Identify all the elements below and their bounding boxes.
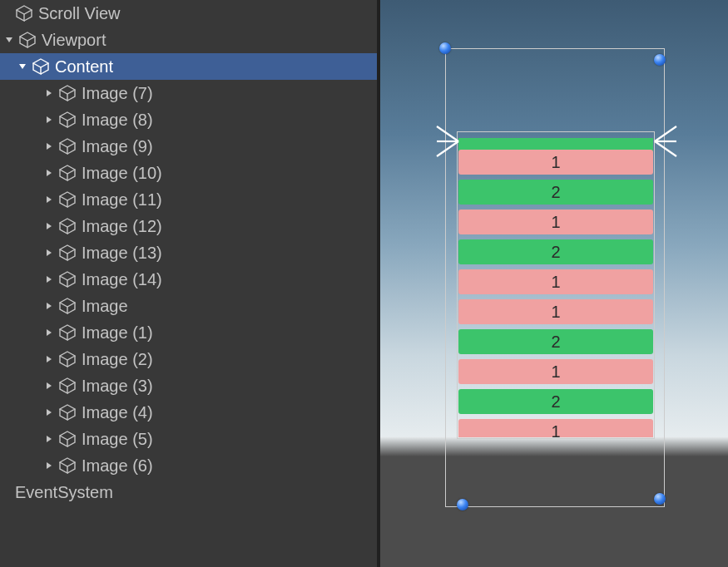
svg-marker-30 bbox=[60, 405, 75, 413]
gameobject-icon bbox=[58, 217, 77, 235]
list-item[interactable]: 2 bbox=[458, 329, 653, 354]
foldout-right-icon[interactable] bbox=[43, 407, 55, 418]
hierarchy-item-label: Image (6) bbox=[82, 452, 153, 479]
svg-marker-28 bbox=[60, 378, 75, 387]
hierarchy-row[interactable]: Image (10) bbox=[0, 160, 377, 186]
hierarchy-item-label: Scroll View bbox=[38, 0, 121, 27]
svg-marker-0 bbox=[17, 6, 32, 14]
gameobject-icon bbox=[58, 377, 77, 395]
hierarchy-item-label: Image (3) bbox=[82, 372, 153, 399]
hierarchy-item-label: EventSystem bbox=[15, 479, 113, 505]
scene-view[interactable]: 1212112121 bbox=[377, 0, 728, 567]
hierarchy-row[interactable]: Content bbox=[0, 53, 377, 80]
foldout-right-icon[interactable] bbox=[43, 220, 55, 232]
svg-marker-29 bbox=[47, 409, 52, 416]
foldout-right-icon[interactable] bbox=[43, 167, 55, 179]
hierarchy-row[interactable]: Image (14) bbox=[0, 266, 377, 293]
hierarchy-row[interactable]: Viewport bbox=[0, 27, 377, 53]
list-item[interactable]: 1 bbox=[458, 299, 653, 324]
rect-handle[interactable] bbox=[457, 499, 468, 510]
foldout-right-icon[interactable] bbox=[43, 327, 55, 338]
svg-marker-31 bbox=[47, 436, 52, 442]
foldout-right-icon[interactable] bbox=[43, 460, 55, 471]
gameobject-icon bbox=[58, 270, 77, 288]
hierarchy-row[interactable]: Image (6) bbox=[0, 452, 377, 479]
gameobject-icon bbox=[18, 31, 37, 49]
hierarchy-row[interactable]: Image (11) bbox=[0, 186, 377, 213]
hierarchy-item-label: Image (10) bbox=[82, 160, 162, 186]
svg-marker-13 bbox=[47, 196, 52, 203]
hierarchy-row[interactable]: Image (4) bbox=[0, 399, 377, 426]
gameobject-icon bbox=[58, 430, 77, 448]
hierarchy-item-label: Image (5) bbox=[82, 426, 153, 452]
gameobject-icon bbox=[15, 4, 33, 22]
hierarchy-panel[interactable]: Scroll ViewViewportContentImage (7)Image… bbox=[0, 0, 377, 567]
svg-marker-18 bbox=[60, 245, 75, 254]
hierarchy-row[interactable]: Image (2) bbox=[0, 346, 377, 372]
svg-marker-22 bbox=[60, 298, 75, 307]
hierarchy-item-label: Content bbox=[55, 53, 113, 80]
svg-marker-14 bbox=[60, 192, 75, 200]
svg-marker-20 bbox=[60, 272, 75, 280]
foldout-right-icon[interactable] bbox=[43, 380, 55, 392]
hierarchy-row[interactable]: Image (5) bbox=[0, 426, 377, 452]
foldout-right-icon[interactable] bbox=[43, 353, 55, 365]
hierarchy-row[interactable]: EventSystem bbox=[0, 479, 377, 505]
hierarchy-item-label: Viewport bbox=[42, 27, 106, 53]
foldout-down-icon[interactable] bbox=[3, 34, 15, 46]
foldout-right-icon[interactable] bbox=[43, 194, 55, 205]
svg-marker-4 bbox=[33, 59, 48, 67]
list-item[interactable]: 2 bbox=[458, 180, 653, 205]
gameobject-icon bbox=[58, 111, 77, 129]
svg-marker-33 bbox=[47, 462, 52, 469]
hierarchy-row[interactable]: Image (7) bbox=[0, 80, 377, 106]
rect-handle[interactable] bbox=[439, 42, 451, 54]
gameobject-icon bbox=[58, 164, 77, 182]
hierarchy-row[interactable]: Image (13) bbox=[0, 239, 377, 266]
scroll-list-area[interactable]: 1212112121 bbox=[458, 138, 653, 437]
svg-marker-27 bbox=[47, 382, 52, 389]
svg-marker-9 bbox=[47, 143, 52, 150]
hierarchy-item-label: Image (1) bbox=[82, 319, 153, 346]
list-item[interactable]: 1 bbox=[458, 419, 653, 437]
list-item[interactable]: 2 bbox=[458, 239, 653, 264]
hierarchy-row[interactable]: Image (3) bbox=[0, 372, 377, 399]
svg-marker-11 bbox=[47, 170, 52, 176]
svg-marker-32 bbox=[60, 431, 75, 440]
foldout-right-icon[interactable] bbox=[43, 433, 55, 445]
rect-handle[interactable] bbox=[654, 54, 666, 66]
hierarchy-row[interactable]: Image bbox=[0, 293, 377, 319]
list-item[interactable]: 1 bbox=[458, 210, 653, 234]
list-item[interactable]: 2 bbox=[458, 389, 653, 414]
list-item[interactable]: 1 bbox=[458, 359, 653, 384]
foldout-none bbox=[0, 486, 12, 498]
svg-marker-3 bbox=[19, 64, 26, 69]
svg-marker-15 bbox=[47, 223, 52, 229]
svg-marker-7 bbox=[47, 116, 52, 123]
svg-marker-34 bbox=[60, 458, 75, 466]
foldout-right-icon[interactable] bbox=[43, 87, 55, 99]
foldout-right-icon[interactable] bbox=[43, 141, 55, 152]
hierarchy-row[interactable]: Image (8) bbox=[0, 106, 377, 133]
hierarchy-item-label: Image (9) bbox=[82, 133, 153, 160]
rect-handle[interactable] bbox=[654, 493, 666, 505]
svg-marker-26 bbox=[60, 352, 75, 360]
foldout-right-icon[interactable] bbox=[43, 247, 55, 259]
gameobject-icon bbox=[58, 190, 77, 209]
hierarchy-item-label: Image (14) bbox=[82, 266, 162, 293]
hierarchy-item-label: Image bbox=[82, 293, 128, 319]
svg-marker-17 bbox=[47, 249, 52, 256]
gameobject-icon bbox=[58, 244, 77, 262]
foldout-right-icon[interactable] bbox=[43, 300, 55, 312]
hierarchy-row[interactable]: Image (9) bbox=[0, 133, 377, 160]
list-item[interactable]: 1 bbox=[458, 150, 653, 175]
foldout-right-icon[interactable] bbox=[43, 114, 55, 126]
hierarchy-row[interactable]: Scroll View bbox=[0, 0, 377, 27]
hierarchy-row[interactable]: Image (12) bbox=[0, 213, 377, 239]
svg-marker-21 bbox=[47, 303, 52, 309]
hierarchy-item-label: Image (2) bbox=[82, 346, 153, 372]
list-item[interactable]: 1 bbox=[458, 269, 653, 294]
foldout-down-icon[interactable] bbox=[17, 61, 28, 72]
hierarchy-row[interactable]: Image (1) bbox=[0, 319, 377, 346]
foldout-right-icon[interactable] bbox=[43, 274, 55, 285]
